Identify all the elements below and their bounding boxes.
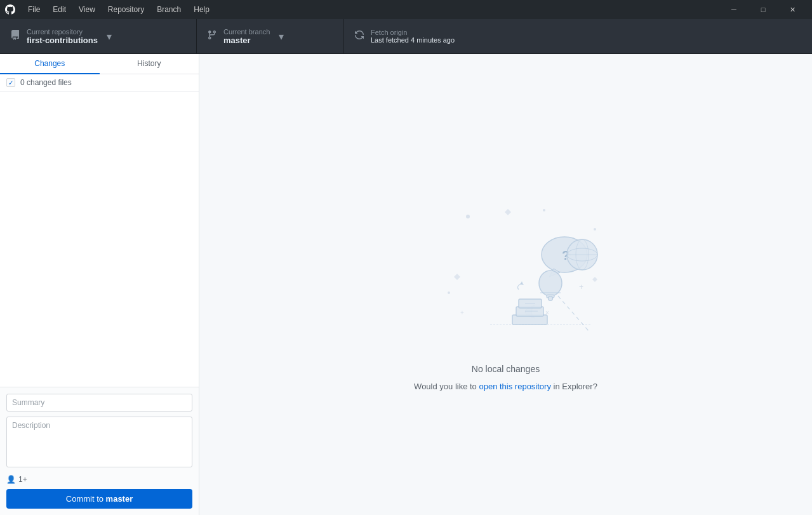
svg-point-0 xyxy=(466,215,470,218)
sidebar: Changes History 0 changed files 👤 1+ Com… xyxy=(0,54,199,515)
svg-text:+: + xyxy=(579,283,583,291)
menu-repository[interactable]: Repository xyxy=(103,4,149,15)
svg-point-1 xyxy=(543,209,545,211)
menu-bar: File Edit View Repository Branch Help xyxy=(23,4,215,15)
changed-files-count: 0 changed files xyxy=(20,78,72,87)
commit-btn-prefix: Commit to xyxy=(66,494,106,504)
no-changes-suffix: in Explorer? xyxy=(551,382,597,391)
fetch-icon xyxy=(354,30,364,43)
content-area: + + × ? xyxy=(199,54,812,515)
fetch-sublabel: Last fetched 4 minutes ago xyxy=(371,36,455,44)
title-bar-controls: ─ □ ✕ xyxy=(719,0,807,19)
svg-marker-29 xyxy=(520,281,524,285)
branch-chevron-icon: ▾ xyxy=(279,30,284,43)
main-layout: Changes History 0 changed files 👤 1+ Com… xyxy=(0,54,812,515)
coauthor-label: 1+ xyxy=(18,475,27,484)
repo-name: first-contributions xyxy=(27,36,98,45)
no-changes-prefix: Would you like to xyxy=(414,382,479,391)
repo-icon xyxy=(10,30,20,43)
menu-file[interactable]: File xyxy=(23,4,45,15)
toolbar: Current repository first-contributions ▾… xyxy=(0,19,812,54)
minimize-button[interactable]: ─ xyxy=(719,0,749,19)
svg-point-3 xyxy=(448,291,450,294)
commit-area: 👤 1+ Commit to master xyxy=(0,387,199,515)
title-bar-left: File Edit View Repository Branch Help xyxy=(5,4,215,15)
maximize-button[interactable]: □ xyxy=(749,0,778,19)
menu-help[interactable]: Help xyxy=(189,4,215,15)
branch-label: Current branch xyxy=(223,28,270,36)
menu-edit[interactable]: Edit xyxy=(48,4,71,15)
repo-text: Current repository first-contributions xyxy=(27,28,98,45)
description-textarea[interactable] xyxy=(6,417,192,467)
open-repository-link[interactable]: open this repository xyxy=(479,382,550,391)
fetch-label: Fetch origin xyxy=(371,29,455,36)
close-button[interactable]: ✕ xyxy=(778,0,807,19)
commit-btn-branch: master xyxy=(106,494,133,504)
commit-button[interactable]: Commit to master xyxy=(6,489,192,509)
svg-point-18 xyxy=(539,271,562,296)
github-logo-icon xyxy=(5,4,15,15)
current-branch-button[interactable]: Current branch master ▾ xyxy=(197,19,344,53)
no-changes-description: Would you like to open this repository i… xyxy=(414,382,597,391)
no-changes-container: + + × ? xyxy=(392,178,620,391)
tab-history[interactable]: History xyxy=(100,54,199,74)
repo-label: Current repository xyxy=(27,28,98,36)
svg-point-4 xyxy=(594,228,596,231)
svg-marker-9 xyxy=(454,274,460,280)
branch-name: master xyxy=(223,36,270,45)
svg-text:+: + xyxy=(460,309,464,316)
tabs: Changes History xyxy=(0,54,199,74)
menu-branch[interactable]: Branch xyxy=(152,4,186,15)
svg-point-20 xyxy=(548,296,552,300)
branch-icon xyxy=(207,30,217,43)
no-changes-title: No local changes xyxy=(472,364,540,374)
tab-changes[interactable]: Changes xyxy=(0,54,100,74)
repo-chevron-icon: ▾ xyxy=(107,30,112,43)
branch-text: Current branch master xyxy=(223,28,270,45)
no-changes-illustration: + + × ? xyxy=(392,178,620,356)
fetch-origin-button[interactable]: Fetch origin Last fetched 4 minutes ago xyxy=(344,19,491,53)
coauthor-button[interactable]: 👤 1+ xyxy=(6,475,192,484)
menu-view[interactable]: View xyxy=(74,4,100,15)
select-all-checkbox[interactable] xyxy=(6,78,15,87)
coauthor-icon: 👤 xyxy=(6,475,16,484)
fetch-text: Fetch origin Last fetched 4 minutes ago xyxy=(371,29,455,44)
title-bar: File Edit View Repository Branch Help ─ … xyxy=(0,0,812,19)
files-area xyxy=(0,91,199,387)
svg-line-22 xyxy=(558,296,589,331)
svg-marker-10 xyxy=(592,277,597,282)
svg-marker-8 xyxy=(505,209,511,215)
changed-files-row: 0 changed files xyxy=(0,74,199,91)
current-repo-button[interactable]: Current repository first-contributions ▾ xyxy=(0,19,197,53)
summary-input[interactable] xyxy=(6,394,192,411)
